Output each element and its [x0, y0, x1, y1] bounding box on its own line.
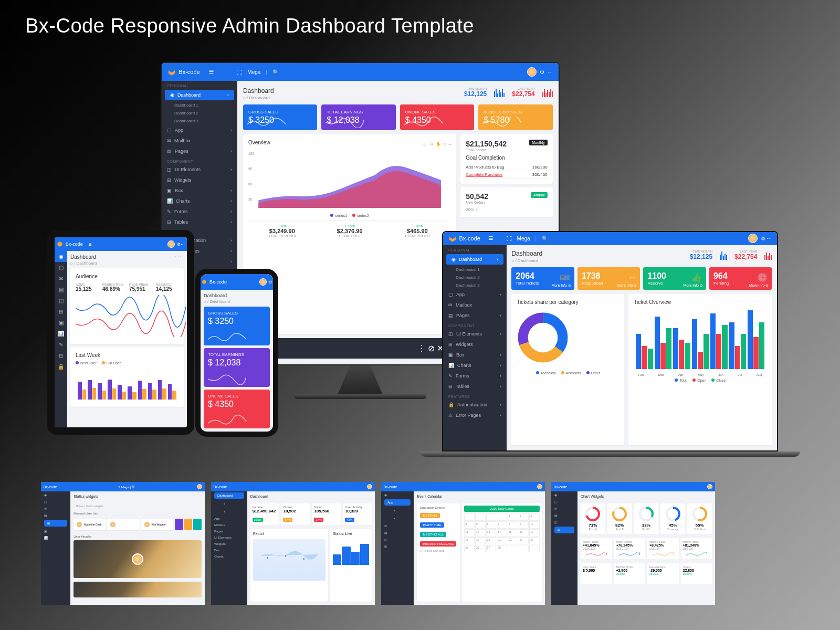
- avatar[interactable]: [167, 240, 175, 248]
- chip[interactable]: PARTY TIME: [420, 522, 444, 528]
- ticket-pending[interactable]: 964Pending🕒More Info ⊙: [709, 267, 772, 290]
- fullscreen-icon[interactable]: ⛶: [237, 69, 242, 75]
- sidebar-item-forms[interactable]: ✎Forms›: [443, 371, 507, 381]
- sidebar-sub-dash3[interactable]: Dashboard 3: [162, 117, 237, 125]
- settings-icon[interactable]: ⚙: [540, 69, 544, 75]
- zoom-out-icon[interactable]: ⊖: [429, 142, 433, 146]
- avatar[interactable]: [367, 484, 372, 489]
- ticket-resolved[interactable]: 1100Resolve👍More Info ⊙: [643, 267, 706, 290]
- sidebar-item-app[interactable]: ▢: [55, 262, 67, 273]
- sidebar-item-box[interactable]: ▣Box›: [443, 350, 507, 360]
- kpi-gross[interactable]: GROSS SALES$ 3250: [204, 307, 270, 345]
- sidebar-sub-dash1[interactable]: Dashboard 1: [162, 101, 237, 109]
- btn-group[interactable]: ▭ ▭: [175, 254, 184, 258]
- sidebar-item-auth[interactable]: 🔒: [55, 361, 67, 372]
- home-icon[interactable]: ⌂: [444, 142, 446, 146]
- sidebar-item-mail[interactable]: ✉: [55, 273, 67, 284]
- sidebar-item-box[interactable]: ▣: [55, 317, 67, 328]
- sidebar-item-tables[interactable]: ⊟: [55, 350, 67, 361]
- mega-menu[interactable]: Mega: [517, 236, 530, 242]
- sidebar-item-auth[interactable]: 🔒Authentication›: [443, 400, 507, 410]
- sidebar-item-dashboard[interactable]: ◉Dashboard›: [446, 254, 503, 265]
- menu-icon[interactable]: ≡: [89, 242, 92, 247]
- kpi-online[interactable]: ONLINE SALES$ 4350: [400, 104, 474, 130]
- sidebar-item-tables[interactable]: ⊟Tables›: [443, 381, 507, 392]
- avatar[interactable]: [707, 484, 712, 489]
- sidebar-item-ui[interactable]: ◫UI Elements›: [443, 329, 507, 339]
- brand[interactable]: Bx-code≡: [57, 241, 92, 247]
- more-icon[interactable]: ⋯: [548, 69, 553, 75]
- search-icon[interactable]: 🔍: [272, 69, 279, 75]
- sidebar-item-forms[interactable]: ✎Forms›: [162, 206, 237, 217]
- user-card[interactable]: [107, 519, 139, 530]
- more-link[interactable]: More Info ⊙: [617, 284, 637, 288]
- sidebar-item-mailbox[interactable]: ✉Mailbox: [162, 135, 237, 146]
- settings-icon[interactable]: ⚙⋯: [177, 242, 185, 247]
- kpi-earn[interactable]: TOTAL EARNINGS$ 12,038: [204, 348, 270, 387]
- user-card[interactable]: Kim Wagner: [141, 519, 173, 530]
- chip[interactable]: MEETING ALL: [420, 532, 446, 537]
- monthly-badge[interactable]: Monthly: [529, 140, 548, 145]
- kpi-online[interactable]: ONLINE SALES$ 4350: [204, 390, 270, 428]
- avatar[interactable]: [259, 278, 267, 286]
- menu-icon[interactable]: ≡: [209, 67, 214, 77]
- sidebar-item-charts[interactable]: 📊: [55, 328, 67, 339]
- sidebar-sub-dash2[interactable]: Dashboard 2: [162, 109, 237, 117]
- sidebar-item-widgets[interactable]: ⊞Widgets: [443, 339, 507, 350]
- kpi-gross-sales[interactable]: GROSS SALES$ 3250: [243, 104, 317, 130]
- more-link[interactable]: More Info ⊙: [749, 284, 769, 288]
- avatar[interactable]: [537, 484, 542, 489]
- sidebar-item-tables[interactable]: ⊟Tables›: [162, 217, 237, 227]
- sidebar-item-ui[interactable]: ◫: [55, 295, 67, 306]
- more-link[interactable]: More Info ⊙: [551, 284, 571, 288]
- sidebar-item-widgets[interactable]: ⊞: [44, 520, 67, 527]
- chip[interactable]: PRODUCT RELEASE: [420, 541, 456, 547]
- sidebar-item-app[interactable]: App: [384, 499, 411, 506]
- close-icon[interactable]: ⋮ ⊘ ✕: [417, 343, 444, 353]
- hand-icon[interactable]: ✋: [436, 142, 441, 146]
- sidebar-sub[interactable]: Dashboard 2: [443, 274, 507, 281]
- sidebar-item-error[interactable]: ⚠Error Pages›: [443, 410, 507, 421]
- sidebar-item-widgets[interactable]: ⊞Widgets: [162, 175, 237, 185]
- sidebar-item-ui[interactable]: ◫UI Elements›: [162, 164, 237, 175]
- avatar[interactable]: [527, 67, 537, 77]
- chip[interactable]: MEETING: [420, 513, 439, 518]
- brand[interactable]: Bx-code ≡: [167, 67, 237, 77]
- sidebar-item-app[interactable]: ▢App›: [443, 289, 507, 300]
- annual-badge[interactable]: Annual: [531, 192, 548, 198]
- sidebar-item-dashboard[interactable]: Dashboard: [214, 492, 244, 499]
- sidebar-item-pages[interactable]: ▤Pages›: [443, 310, 507, 321]
- user-card[interactable]: Madeline Clark: [74, 519, 106, 530]
- sidebar-item-widgets[interactable]: ⊞: [55, 306, 67, 317]
- sidebar-item-app[interactable]: ▢App›: [162, 125, 237, 135]
- sidebar-sub[interactable]: Dashboard 1: [443, 266, 507, 274]
- avatar[interactable]: [748, 234, 758, 243]
- search-icon[interactable]: 🔍: [542, 236, 548, 242]
- menu-icon[interactable]: ≡: [488, 234, 493, 243]
- sidebar-item-pages[interactable]: ▤: [55, 284, 67, 295]
- ticket-responded[interactable]: 1738Responded↩More Info ⊙: [578, 267, 640, 290]
- brand[interactable]: Bx-code≡: [448, 234, 507, 243]
- more-link[interactable]: More Info ⊙: [683, 284, 703, 288]
- mega-menu[interactable]: Mega: [247, 69, 260, 75]
- zoom-icon[interactable]: ⊕: [423, 142, 427, 146]
- settings-icon[interactable]: ⚙: [268, 280, 272, 285]
- sidebar-item-charts[interactable]: 📊Charts›: [443, 360, 507, 371]
- settings-icon[interactable]: ⚙ ⋯: [761, 236, 772, 242]
- kpi-earnings[interactable]: TOTAL EARNINGS$ 12,038: [321, 104, 395, 130]
- ticket-total[interactable]: 2064Total Tickets🎫More Info ⊙: [511, 267, 574, 290]
- sidebar-item-charts[interactable]: 📊Charts›: [162, 196, 237, 206]
- sidebar-item-pages[interactable]: ▤Pages›: [162, 146, 237, 156]
- sidebar-item-forms[interactable]: ✎: [55, 339, 67, 350]
- sidebar-item-widgets[interactable]: ⊞: [554, 527, 574, 533]
- brand[interactable]: Bx-code: [202, 279, 227, 285]
- fullscreen-icon[interactable]: ⛶: [507, 236, 512, 242]
- kpi-expenses[interactable]: VENUE EXPENSES$ 5780: [478, 104, 552, 130]
- sidebar-sub[interactable]: Dashboard 3: [443, 281, 507, 289]
- menu-icon[interactable]: ≡: [448, 142, 451, 146]
- sidebar-item-dashboard[interactable]: ◉: [55, 251, 67, 262]
- sidebar-item-mailbox[interactable]: ✉Mailbox: [443, 300, 507, 310]
- avatar[interactable]: [197, 484, 202, 489]
- sidebar-item-dashboard[interactable]: ◉Dashboard›: [165, 90, 234, 100]
- sidebar-item-box[interactable]: ▣Box›: [162, 185, 237, 196]
